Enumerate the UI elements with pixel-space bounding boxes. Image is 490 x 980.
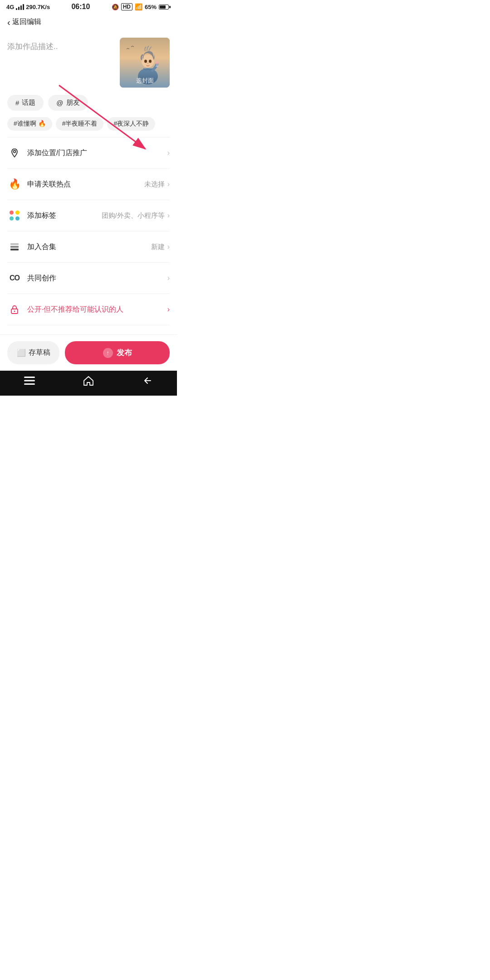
nav-menu-icon[interactable]: [24, 377, 35, 387]
page-header: ‹ 返回编辑: [0, 13, 177, 31]
nav-back-icon[interactable]: [142, 375, 153, 388]
status-bar: 4G 290.7K/s 06:10 🔕 HD 📶 65%: [0, 0, 177, 13]
at-label: 朋友: [66, 98, 80, 107]
location-label: 添加位置/门店推广: [27, 148, 167, 158]
menu-item-hotpoint[interactable]: 🔥 申请关联热点 未选择 ›: [7, 169, 170, 200]
status-left: 4G 290.7K/s: [6, 4, 50, 10]
menu-item-tags[interactable]: 添加标签 团购/外卖、小程序等 ›: [7, 200, 170, 231]
svg-point-7: [14, 151, 16, 153]
collection-icon: [7, 240, 22, 254]
co-create-icon: CO: [7, 271, 22, 285]
draft-label: 存草稿: [29, 348, 50, 358]
draft-icon: ⬜: [17, 348, 26, 357]
menu-item-location[interactable]: 添加位置/门店推广 ›: [7, 137, 170, 169]
collection-arrow: ›: [167, 243, 170, 251]
lock-icon: [7, 302, 22, 317]
publish-label: 发布: [117, 348, 132, 358]
flame-emoji: 🔥: [38, 120, 46, 127]
svg-point-3: [144, 60, 147, 63]
network-type: 4G: [6, 4, 14, 10]
at-icon: @: [56, 99, 63, 107]
bottom-bar: ⬜ 存草稿 ↑ 发布: [0, 334, 177, 371]
description-row: 添加作品描述..: [7, 38, 170, 88]
upload-icon: ↑: [103, 348, 113, 358]
status-right: 🔕 HD 📶 65%: [112, 3, 171, 10]
hashtag-icon: #: [15, 99, 19, 107]
description-placeholder[interactable]: 添加作品描述..: [7, 38, 120, 52]
collection-value: 新建: [151, 243, 165, 251]
content-area: 添加作品描述..: [0, 31, 177, 137]
co-create-label: 共同创作: [27, 274, 167, 283]
at-button[interactable]: @ 朋友: [48, 95, 88, 111]
co-create-arrow: ›: [167, 274, 170, 282]
menu-section: 添加位置/门店推广 › 🔥 申请关联热点 未选择 › 添加标签 团购/外卖、小程…: [0, 137, 177, 325]
svg-rect-17: [24, 383, 35, 385]
hashtag-chip-2[interactable]: #半夜睡不着: [56, 117, 104, 131]
battery-percent: 65%: [145, 4, 157, 10]
hashtag-button[interactable]: # 话题: [7, 95, 44, 111]
svg-rect-15: [24, 377, 35, 378]
svg-rect-9: [10, 246, 19, 248]
svg-point-12: [14, 311, 15, 312]
nav-bar: [0, 371, 177, 396]
back-label: 返回编辑: [12, 17, 41, 27]
back-arrow-icon: ‹: [7, 18, 10, 27]
svg-rect-8: [10, 249, 19, 250]
menu-item-collection[interactable]: 加入合集 新建 ›: [7, 231, 170, 263]
privacy-label: 公开·但不推荐给可能认识的人: [27, 305, 167, 314]
cover-label: 选封面: [120, 77, 170, 85]
location-icon: [7, 146, 22, 160]
wifi-icon: 📶: [135, 3, 142, 10]
tags-arrow: ›: [167, 211, 170, 220]
privacy-arrow: ›: [167, 305, 170, 314]
hashtag-chip-3[interactable]: #夜深人不静: [107, 117, 155, 131]
back-button[interactable]: ‹ 返回编辑: [7, 17, 41, 27]
menu-item-co-create[interactable]: CO 共同创作 ›: [7, 263, 170, 294]
location-arrow: ›: [167, 149, 170, 157]
tag-buttons: # 话题 @ 朋友: [7, 95, 170, 111]
tags-value: 团购/外卖、小程序等: [102, 211, 165, 220]
cover-image[interactable]: 选封面: [120, 38, 170, 88]
signal-bars: [16, 4, 24, 10]
hashtag-chips: #谁懂啊 🔥 #半夜睡不着 #夜深人不静: [7, 117, 170, 131]
tags-label: 添加标签: [27, 211, 102, 220]
hashtag-label: 话题: [22, 98, 35, 107]
nav-home-icon[interactable]: [83, 375, 94, 388]
collection-label: 加入合集: [27, 242, 151, 252]
svg-point-4: [149, 60, 152, 63]
draft-button[interactable]: ⬜ 存草稿: [7, 341, 59, 364]
tags-icon: [7, 208, 22, 223]
network-speed: 290.7K/s: [26, 4, 50, 10]
notification-icon: 🔕: [112, 4, 119, 10]
menu-item-privacy[interactable]: 公开·但不推荐给可能认识的人 ›: [7, 294, 170, 325]
hd-label: HD: [121, 3, 132, 10]
flame-icon: 🔥: [7, 177, 22, 191]
hashtag-chip-1[interactable]: #谁懂啊 🔥: [7, 117, 52, 131]
hotpoint-arrow: ›: [167, 180, 170, 188]
battery-icon: [159, 5, 171, 10]
svg-rect-10: [10, 243, 19, 245]
hotpoint-value: 未选择: [144, 180, 165, 189]
publish-button[interactable]: ↑ 发布: [65, 341, 170, 364]
svg-rect-16: [24, 380, 35, 382]
hotpoint-label: 申请关联热点: [27, 180, 144, 189]
status-time: 06:10: [71, 3, 90, 11]
